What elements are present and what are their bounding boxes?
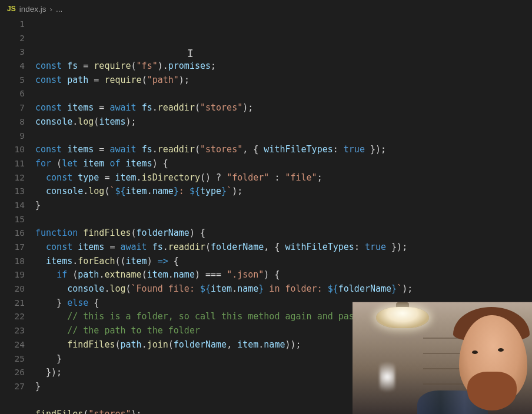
webcam-overlay xyxy=(353,302,532,414)
code-line[interactable]: if (path.extname(item.name) === ".json")… xyxy=(35,268,532,282)
wall-glow xyxy=(380,356,395,398)
line-number: 18 xyxy=(0,255,25,269)
line-number-gutter: 1234567891011121314151617181920212223242… xyxy=(0,18,35,414)
code-line[interactable]: const path = require("path"); xyxy=(35,74,532,88)
code-line[interactable]: console.log(`${item.name}: ${type}`); xyxy=(35,185,532,199)
line-number: 22 xyxy=(0,310,25,324)
line-number: 13 xyxy=(0,185,25,199)
code-line[interactable]: } xyxy=(35,199,532,213)
line-number: 1 xyxy=(0,18,25,32)
person-eye-right xyxy=(498,348,504,352)
line-number: 4 xyxy=(0,59,25,74)
chevron-right-icon: › xyxy=(49,5,52,14)
line-number: 20 xyxy=(0,282,25,296)
line-number: 7 xyxy=(0,101,25,115)
line-number: 2 xyxy=(0,32,25,46)
person-eye-left xyxy=(472,350,478,354)
code-line[interactable] xyxy=(35,129,532,143)
code-line[interactable]: items.forEach((item) => { xyxy=(35,255,532,269)
js-file-icon: JS xyxy=(7,5,16,13)
line-number: 10 xyxy=(0,143,25,157)
line-number: 3 xyxy=(0,45,25,59)
line-number: 19 xyxy=(0,268,25,282)
line-number: 24 xyxy=(0,338,25,352)
line-number: 26 xyxy=(0,366,25,380)
text-cursor-icon: I xyxy=(187,46,194,61)
line-number: 11 xyxy=(0,157,25,171)
code-line[interactable]: for (let item of items) { xyxy=(35,157,532,171)
line-number: 16 xyxy=(0,226,25,241)
line-number: 25 xyxy=(0,352,25,366)
code-line[interactable]: const type = item.isDirectory() ? "folde… xyxy=(35,171,532,185)
code-line[interactable] xyxy=(35,213,532,227)
ceiling-lamp xyxy=(376,307,429,328)
line-number: 21 xyxy=(0,296,25,310)
code-line[interactable]: console.log(`Found file: ${item.name} in… xyxy=(35,282,532,296)
code-line[interactable]: const fs = require("fs").promises; xyxy=(35,59,532,74)
code-line[interactable]: function findFiles(folderName) { xyxy=(35,226,532,241)
line-number: 8 xyxy=(0,115,25,129)
code-line[interactable]: console.log(items); xyxy=(35,115,532,129)
line-number: 17 xyxy=(0,241,25,255)
person-beard xyxy=(467,372,517,410)
line-number: 9 xyxy=(0,129,25,143)
code-line[interactable]: const items = await fs.readdir("stores")… xyxy=(35,101,532,115)
code-line[interactable]: const items = await fs.readdir(folderNam… xyxy=(35,241,532,255)
line-number: 5 xyxy=(0,74,25,88)
line-number: 14 xyxy=(0,199,25,213)
breadcrumb[interactable]: JS index.js › ... xyxy=(0,0,532,18)
code-line[interactable] xyxy=(35,87,532,101)
line-number: 12 xyxy=(0,171,25,185)
line-number: 6 xyxy=(0,87,25,101)
line-number: 23 xyxy=(0,324,25,338)
code-line[interactable]: const items = await fs.readdir("stores",… xyxy=(35,143,532,157)
line-number: 27 xyxy=(0,380,25,394)
breadcrumb-file[interactable]: index.js xyxy=(19,5,46,14)
line-number: 15 xyxy=(0,213,25,227)
breadcrumb-trail[interactable]: ... xyxy=(56,5,62,14)
